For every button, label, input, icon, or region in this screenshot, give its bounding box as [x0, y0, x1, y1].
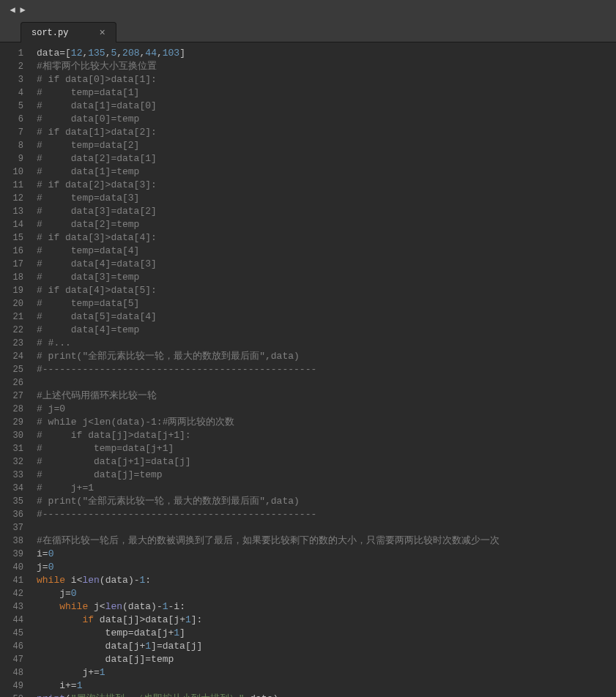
line-number: 8 — [0, 139, 23, 152]
line-number: 3 — [0, 73, 23, 86]
code-line: # j+=1 — [37, 482, 616, 495]
token-var: data — [145, 614, 168, 625]
code-line: # data[5]=data[4] — [37, 310, 616, 324]
token-brk: [ — [122, 614, 128, 625]
code-line: data=[12,135,5,208,44,103] — [37, 47, 616, 60]
token-var: j — [37, 562, 42, 573]
token-cmt: # temp=data[4] — [37, 245, 139, 256]
token-var: j — [94, 601, 100, 612]
token-op: = — [42, 548, 48, 559]
token-var: data — [105, 575, 128, 586]
line-number: 11 — [0, 179, 23, 192]
token-var: j — [37, 667, 88, 678]
line-number: 1 — [0, 47, 23, 60]
token-brk: [ — [65, 48, 71, 59]
code-line: # temp=data[5] — [37, 297, 616, 310]
close-icon[interactable]: × — [99, 29, 105, 37]
token-brk: ) — [272, 693, 278, 697]
code-area[interactable]: data=[12,135,5,208,44,103]#相零两个比较大小互换位置#… — [31, 42, 616, 697]
token-cmt: # data[4]=data[3] — [37, 258, 157, 269]
tab-title: sort.py — [31, 28, 68, 38]
token-num: 103 — [163, 48, 179, 59]
line-number: 18 — [0, 271, 23, 284]
line-number: 32 — [0, 455, 23, 469]
token-brk: ) — [128, 575, 134, 586]
token-cmt: # data[1]=temp — [37, 166, 139, 177]
token-punc: , — [116, 48, 122, 59]
token-op: += — [65, 680, 77, 691]
token-cmt: # print("全部元素比较一轮，最大的数放到最后面",data) — [37, 496, 300, 507]
token-cmt: # data[3]=temp — [37, 272, 139, 283]
nav-back-icon[interactable]: ◀ — [7, 0, 18, 20]
line-number: 48 — [0, 666, 23, 679]
token-punc: , — [157, 48, 163, 59]
code-line: #上述代码用循环来比较一轮 — [37, 390, 616, 403]
code-line: #在循环比较一轮后，最大的数被调换到了最后，如果要比较剩下的数的大小，只需要两两… — [37, 534, 616, 548]
token-cmt: # #... — [37, 338, 71, 348]
token-cmt: # data[0]=temp — [37, 113, 139, 124]
token-cmt: #在循环比较一轮后，最大的数被调换到了最后，如果要比较剩下的数的大小，只需要两两… — [37, 535, 500, 546]
token-cmt: # data[j+1]=data[j] — [37, 456, 191, 467]
code-line: data[j]=temp — [37, 653, 616, 666]
token-op: - — [157, 601, 163, 612]
token-var: data — [37, 654, 128, 665]
token-cmt: # print("全部元素比较一轮，最大的数放到最后面",data) — [37, 351, 300, 362]
line-number: 9 — [0, 152, 23, 165]
token-op: = — [65, 588, 71, 599]
token-num: 1 — [100, 667, 105, 678]
token-cmt: # temp=data[j+1] — [37, 443, 174, 454]
line-number: 25 — [0, 363, 23, 376]
line-number: 45 — [0, 627, 23, 640]
code-line: # while j<len(data)-1:#两两比较的次数 — [37, 416, 616, 429]
line-number: 26 — [0, 376, 23, 390]
nav-forward-icon[interactable]: ▶ — [18, 0, 28, 20]
code-line: j+=1 — [37, 666, 616, 679]
code-line: # if data[j]>data[j+1]: — [37, 429, 616, 442]
line-number: 41 — [0, 574, 23, 587]
token-op: - — [134, 575, 140, 586]
token-var: i — [37, 680, 65, 691]
code-line: # temp=data[4] — [37, 245, 616, 258]
token-brk: ] — [191, 614, 197, 625]
code-line: j=0 — [37, 561, 616, 574]
token-cmt: # temp=data[1] — [37, 87, 139, 98]
line-number: 36 — [0, 508, 23, 521]
line-number: 29 — [0, 416, 23, 429]
code-line — [37, 521, 616, 534]
token-var: data — [100, 614, 122, 625]
token-var: data — [37, 48, 59, 59]
line-number: 23 — [0, 337, 23, 350]
token-cmt: # j+=1 — [37, 482, 94, 493]
token-fn: len — [105, 601, 122, 612]
code-line: # data[2]=data[1] — [37, 152, 616, 165]
tab-sort-py[interactable]: sort.py × — [21, 22, 116, 42]
token-var: j — [37, 588, 65, 599]
token-kw: while — [37, 601, 94, 612]
token-cmt: # data[5]=data[4] — [37, 311, 157, 322]
code-line: # data[3]=temp — [37, 271, 616, 284]
line-number: 46 — [0, 640, 23, 653]
editor[interactable]: 1234567891011121314151617181920212223242… — [0, 42, 616, 697]
token-var: data — [250, 693, 272, 697]
line-number: 38 — [0, 534, 23, 548]
line-number: 47 — [0, 653, 23, 666]
line-number: 10 — [0, 165, 23, 179]
token-cmt: # j=0 — [37, 403, 65, 414]
token-num: 208 — [122, 48, 139, 59]
line-number: 13 — [0, 205, 23, 218]
line-number: 39 — [0, 548, 23, 561]
token-cmt: # temp=data[2] — [37, 140, 139, 151]
line-number: 6 — [0, 113, 23, 126]
line-number: 20 — [0, 297, 23, 310]
token-var: i — [71, 575, 77, 586]
code-line: i=0 — [37, 548, 616, 561]
code-line: # temp=data[2] — [37, 139, 616, 152]
token-brk: [ — [157, 627, 163, 638]
token-cmt: # if data[1]>data[2]: — [37, 127, 157, 138]
token-cmt: # if data[4]>data[5]: — [37, 285, 157, 296]
code-line: print("冒泡法排列，（也即按从小到大排列）",data) — [37, 693, 616, 697]
token-num: 0 — [48, 562, 54, 573]
token-op: = — [42, 562, 48, 573]
token-cmt: # data[3]=data[2] — [37, 206, 157, 217]
code-line — [37, 376, 616, 390]
